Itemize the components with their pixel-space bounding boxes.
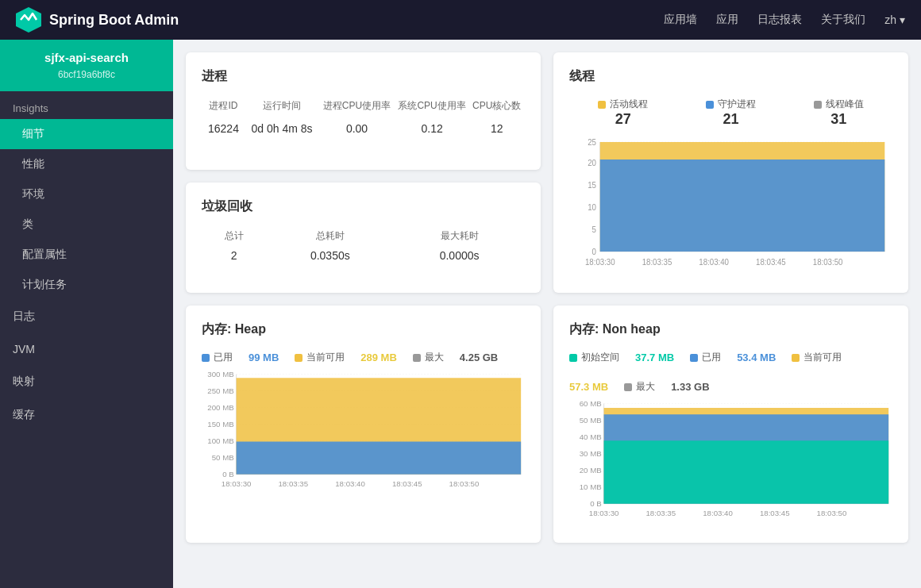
heap-used-value: 99 MB xyxy=(249,352,279,363)
process-val-runtime: 0d 0h 4m 8s xyxy=(245,119,318,138)
svg-text:300 MB: 300 MB xyxy=(207,371,233,379)
nonheap-chart: 0 B 10 MB 20 MB 30 MB 40 MB 50 MB 60 MB … xyxy=(569,400,892,527)
svg-text:20 MB: 20 MB xyxy=(580,467,602,475)
heap-legend-max: 最大 xyxy=(413,351,444,364)
header-left: Spring Boot Admin xyxy=(16,7,179,33)
svg-text:250 MB: 250 MB xyxy=(207,387,233,396)
peak-thread-label: 线程峰值 xyxy=(826,98,864,111)
main-content: 进程 进程ID 运行时间 进程CPU使用率 系统CPU使用率 CPU核心数 16… xyxy=(173,40,921,588)
layout: sjfx-api-search 6bcf19a6bf8c Insights 细节… xyxy=(0,40,921,588)
svg-text:60 MB: 60 MB xyxy=(580,400,602,408)
sidebar-app-name: sjfx-api-search xyxy=(0,40,173,69)
process-header-proc-cpu: 进程CPU使用率 xyxy=(320,99,394,117)
nav-app-wall[interactable]: 应用墙 xyxy=(664,13,697,27)
nonheap-max-color xyxy=(624,383,632,391)
sidebar-item-cache[interactable]: 缓存 xyxy=(0,398,173,432)
heap-legend-used: 已用 xyxy=(202,351,233,364)
heap-chart-svg: 0 B 50 MB 100 MB 150 MB 200 MB 250 MB 30… xyxy=(202,371,525,498)
logo-icon xyxy=(16,7,41,33)
thread-title: 线程 xyxy=(569,68,892,85)
nonheap-legend-used: 已用 xyxy=(690,351,721,364)
nonheap-chart-svg: 0 B 10 MB 20 MB 30 MB 40 MB 50 MB 60 MB … xyxy=(569,400,892,527)
gc-card: 垃圾回收 总计 总耗时 最大耗时 2 0.0350s 0.0000s xyxy=(186,183,541,294)
thread-legend-active: 活动线程 27 xyxy=(598,98,648,128)
svg-text:50 MB: 50 MB xyxy=(212,454,234,463)
gc-header-max: 最大耗时 xyxy=(395,229,523,248)
header-nav: 应用墙 应用 日志报表 关于我们 zh ▾ xyxy=(664,13,905,27)
nonheap-title: 内存: Non heap xyxy=(569,321,892,338)
sidebar-item-env[interactable]: 环境 xyxy=(0,179,173,209)
svg-text:40 MB: 40 MB xyxy=(580,433,602,442)
svg-text:18:03:40: 18:03:40 xyxy=(699,258,729,267)
heap-legend-committed: 当前可用 xyxy=(295,351,345,364)
process-header-cores: CPU核心数 xyxy=(470,99,523,117)
svg-text:18:03:30: 18:03:30 xyxy=(222,480,252,489)
sidebar-item-mapping[interactable]: 映射 xyxy=(0,365,173,398)
nonheap-committed-label: 当前可用 xyxy=(803,351,842,364)
svg-text:15: 15 xyxy=(588,181,596,190)
gc-header-total: 总计 xyxy=(203,229,264,248)
process-val-cores: 12 xyxy=(470,119,523,138)
nonheap-init-value: 37.7 MB xyxy=(635,352,674,363)
gc-title: 垃圾回收 xyxy=(202,198,525,215)
thread-legend-peak: 线程峰值 31 xyxy=(814,98,864,128)
process-val-sys-cpu: 0.12 xyxy=(395,119,469,138)
active-thread-value: 27 xyxy=(598,111,648,128)
sidebar-app-id: 6bcf19a6bf8c xyxy=(0,69,173,91)
nonheap-used-label: 已用 xyxy=(702,351,721,364)
heap-card: 内存: Heap 已用 99 MB 当前可用 289 MB 最大 4.25 GB xyxy=(186,306,541,543)
nav-log[interactable]: 日志报表 xyxy=(757,13,802,27)
sidebar-item-logs[interactable]: 日志 xyxy=(0,300,173,333)
sidebar-item-config[interactable]: 配置属性 xyxy=(0,240,173,270)
process-title: 进程 xyxy=(202,68,525,85)
svg-text:18:03:45: 18:03:45 xyxy=(392,480,422,489)
active-thread-label: 活动线程 xyxy=(610,98,648,111)
sidebar-item-classes[interactable]: 类 xyxy=(0,209,173,240)
header: Spring Boot Admin 应用墙 应用 日志报表 关于我们 zh ▾ xyxy=(0,0,921,40)
svg-text:18:03:45: 18:03:45 xyxy=(760,509,790,518)
svg-text:10 MB: 10 MB xyxy=(580,483,602,492)
svg-text:25: 25 xyxy=(588,138,596,147)
process-header-runtime: 运行时间 xyxy=(245,99,318,117)
nonheap-legend-committed: 当前可用 xyxy=(792,351,842,364)
svg-marker-62 xyxy=(604,440,889,504)
svg-text:18:03:50: 18:03:50 xyxy=(449,480,480,489)
process-header-id: 进程ID xyxy=(203,99,244,117)
app-title: Spring Boot Admin xyxy=(49,12,179,29)
svg-text:0: 0 xyxy=(592,248,597,256)
gc-table: 总计 总耗时 最大耗时 2 0.0350s 0.0000s xyxy=(202,228,525,263)
svg-text:18:03:45: 18:03:45 xyxy=(756,258,786,267)
svg-text:50 MB: 50 MB xyxy=(580,417,602,425)
svg-text:10: 10 xyxy=(588,203,596,212)
svg-text:200 MB: 200 MB xyxy=(207,404,233,413)
sidebar-item-jvm[interactable]: JVM xyxy=(0,333,173,365)
nav-app[interactable]: 应用 xyxy=(716,13,738,27)
nonheap-committed-value: 57.3 MB xyxy=(569,381,608,393)
heap-committed-value: 289 MB xyxy=(360,352,397,363)
svg-text:18:03:35: 18:03:35 xyxy=(278,480,308,489)
thread-chart: 0 5 10 15 20 25 18:03:30 18:03:35 18:03:… xyxy=(569,134,892,277)
nonheap-used-color xyxy=(690,354,698,362)
sidebar-item-detail[interactable]: 细节 xyxy=(0,119,173,149)
process-val-proc-cpu: 0.00 xyxy=(320,119,394,138)
gc-val-total: 2 xyxy=(203,249,264,262)
thread-legend: 活动线程 27 守护进程 21 线程峰值 31 xyxy=(569,98,892,128)
svg-marker-15 xyxy=(600,159,885,252)
nav-about[interactable]: 关于我们 xyxy=(821,13,865,27)
daemon-thread-label: 守护进程 xyxy=(718,98,756,111)
svg-text:0 B: 0 B xyxy=(222,471,234,479)
heap-committed-color xyxy=(295,354,303,362)
sidebar-item-performance[interactable]: 性能 xyxy=(0,149,173,179)
nonheap-init-label: 初始空间 xyxy=(581,351,619,364)
thread-chart-svg: 0 5 10 15 20 25 18:03:30 18:03:35 18:03:… xyxy=(569,134,892,277)
thread-legend-daemon: 守护进程 21 xyxy=(706,98,756,128)
nonheap-legend: 初始空间 37.7 MB 已用 53.4 MB 当前可用 57.3 MB 最大 … xyxy=(569,351,892,394)
nonheap-card: 内存: Non heap 初始空间 37.7 MB 已用 53.4 MB 当前可… xyxy=(553,306,908,543)
nonheap-committed-color xyxy=(792,354,800,362)
heap-legend: 已用 99 MB 当前可用 289 MB 最大 4.25 GB xyxy=(202,351,525,364)
nav-lang[interactable]: zh ▾ xyxy=(884,13,905,26)
nonheap-legend-init: 初始空间 xyxy=(569,351,619,364)
sidebar-item-tasks[interactable]: 计划任务 xyxy=(0,270,173,300)
heap-max-color xyxy=(413,354,421,362)
process-header-sys-cpu: 系统CPU使用率 xyxy=(395,99,469,117)
